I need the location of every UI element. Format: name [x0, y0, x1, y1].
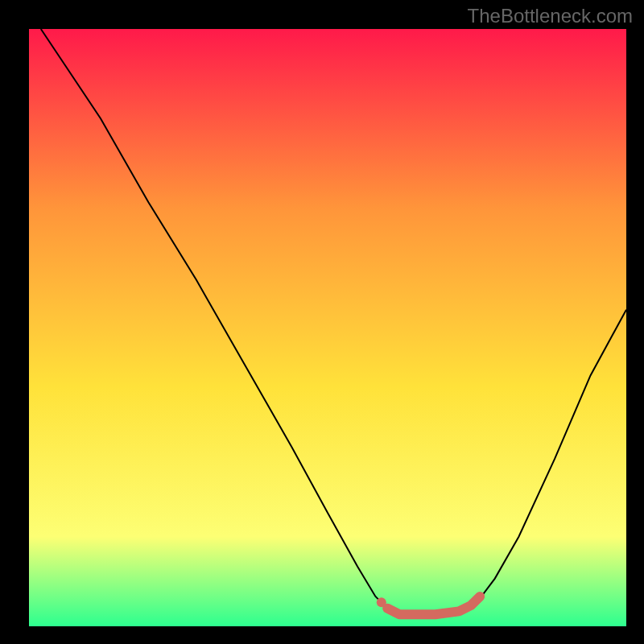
chart-container: TheBottleneck.com — [0, 0, 644, 644]
watermark-text: TheBottleneck.com — [468, 5, 633, 27]
plot-area — [29, 29, 626, 626]
start-dot — [377, 597, 386, 607]
chart-svg — [0, 0, 644, 644]
